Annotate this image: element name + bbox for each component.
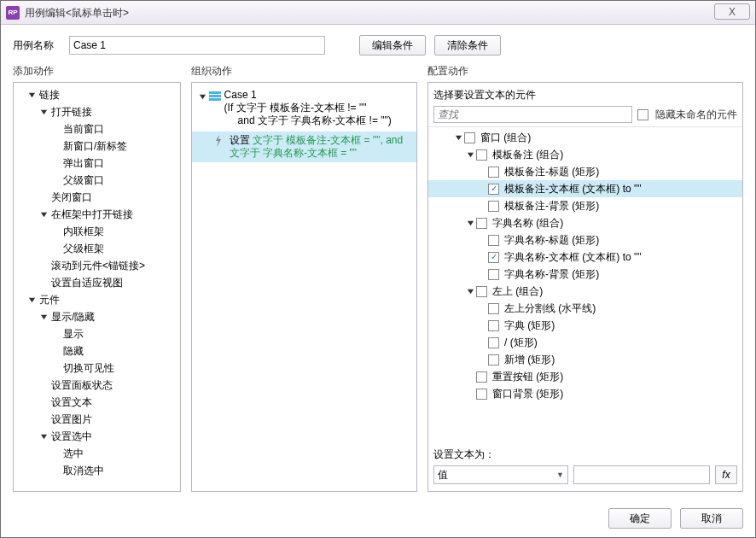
cfg-node-dn-group[interactable]: 字典名称 (组合) — [428, 214, 742, 231]
org-action-prefix: 设置 — [230, 134, 253, 146]
checkbox[interactable] — [476, 149, 487, 161]
tree-label: 父级框架 — [61, 242, 106, 256]
cfg-node-reset-btn[interactable]: 重置按钮 (矩形) — [428, 368, 742, 385]
tree-label: 重置按钮 (矩形) — [491, 370, 565, 384]
checkbox[interactable] — [488, 320, 499, 331]
expand-icon[interactable] — [197, 91, 209, 102]
checkbox[interactable] — [488, 252, 499, 263]
cfg-node-left-line[interactable]: 左上分割线 (水平线) — [428, 300, 742, 317]
expand-icon[interactable] — [26, 89, 38, 101]
hide-unnamed-option[interactable]: 隐藏未命名的元件 — [637, 108, 737, 122]
add-actions-label: 添加动作 — [13, 64, 181, 79]
tree-node-selected[interactable]: 选中 — [14, 445, 180, 462]
tree-node-scroll-anchor[interactable]: 滚动到元件<锚链接> — [14, 257, 180, 274]
cfg-node-dn-bg[interactable]: 字典名称-背景 (矩形) — [428, 266, 742, 283]
cfg-label: 配置动作 — [427, 64, 743, 79]
tree-node-set-image[interactable]: 设置图片 — [14, 411, 180, 428]
chevron-down-icon: ▼ — [556, 471, 564, 479]
tree-node-links[interactable]: 链接 — [14, 86, 180, 103]
tree-node-adaptive-view[interactable]: 设置自适应视图 — [14, 274, 180, 291]
window-close-button[interactable]: X — [714, 3, 750, 20]
checkbox[interactable] — [476, 371, 487, 383]
tree-node-panel-state[interactable]: 设置面板状态 — [14, 377, 180, 394]
tree-node-current-window[interactable]: 当前窗口 — [14, 120, 180, 137]
tree-node-close-window[interactable]: 关闭窗口 — [14, 189, 180, 206]
org-action-detail: 文字于 模板备注-文本框 = "", and 文字于 字典名称-文本框 = "" — [230, 134, 404, 159]
tree-node-widgets[interactable]: 元件 — [14, 291, 180, 308]
org-case-cond1: (If 文字于 模板备注-文本框 != "" — [224, 102, 392, 114]
cfg-node-dict-rect[interactable]: 字典 (矩形) — [428, 317, 742, 334]
hide-unnamed-checkbox[interactable] — [637, 109, 648, 120]
tree-label: 模板备注 (组合) — [491, 148, 565, 162]
checkbox[interactable] — [488, 235, 499, 246]
expand-icon[interactable] — [464, 149, 476, 161]
checkbox[interactable] — [488, 201, 499, 212]
tree-node-unselected[interactable]: 取消选中 — [14, 462, 180, 479]
org-actions-label: 组织动作 — [191, 64, 417, 79]
expand-icon[interactable] — [38, 430, 49, 442]
cfg-node-mb-group[interactable]: 模板备注 (组合) — [428, 146, 742, 163]
add-actions-tree: 链接 打开链接 当前窗口 新窗口/新标 — [14, 86, 180, 479]
tree-node-toggle[interactable]: 切换可见性 — [14, 360, 180, 377]
checkbox[interactable] — [476, 218, 487, 229]
checkbox[interactable] — [488, 337, 499, 348]
edit-condition-button[interactable]: 编辑条件 — [359, 35, 426, 56]
hide-unnamed-label: 隐藏未命名的元件 — [655, 108, 737, 122]
tree-label: 左上分割线 (水平线) — [503, 301, 597, 316]
set-text-value-input[interactable] — [573, 465, 710, 484]
tree-label: 关闭窗口 — [49, 190, 94, 205]
tree-node-open-link[interactable]: 打开链接 — [14, 103, 180, 120]
expand-icon[interactable] — [38, 106, 49, 118]
checkbox[interactable] — [464, 132, 475, 143]
cfg-node-add-rect[interactable]: 新增 (矩形) — [428, 351, 742, 368]
checkbox[interactable] — [488, 184, 499, 195]
tree-node-inline-frame[interactable]: 内联框架 — [14, 223, 180, 240]
add-actions-pane: 链接 打开链接 当前窗口 新窗口/新标 — [13, 82, 181, 492]
tree-label: 链接 — [38, 88, 61, 102]
tree-node-set-text[interactable]: 设置文本 — [14, 394, 180, 411]
expand-icon[interactable] — [464, 285, 476, 297]
cancel-button[interactable]: 取消 — [680, 508, 743, 529]
checkbox[interactable] — [488, 303, 499, 314]
tree-node-set-selected[interactable]: 设置选中 — [14, 428, 180, 445]
cfg-node-slash-rect[interactable]: / (矩形) — [428, 334, 742, 351]
expand-icon[interactable] — [26, 294, 38, 306]
expand-icon[interactable] — [38, 311, 49, 323]
tree-node-popup[interactable]: 弹出窗口 — [14, 155, 180, 172]
checkbox[interactable] — [488, 354, 499, 365]
tree-node-hide[interactable]: 隐藏 — [14, 342, 180, 360]
value-type-dropdown[interactable]: 值 ▼ — [433, 465, 568, 484]
checkbox[interactable] — [476, 286, 487, 297]
cfg-node-mb-title[interactable]: 模板备注-标题 (矩形) — [428, 163, 742, 180]
cfg-node-dn-text[interactable]: 字典名称-文本框 (文本框) to "" — [428, 249, 742, 266]
cfg-node-mb-text[interactable]: 模板备注-文本框 (文本框) to "" — [428, 180, 742, 197]
cfg-node-window-bg[interactable]: 窗口背景 (矩形) — [428, 385, 742, 402]
widget-search-input[interactable] — [433, 106, 632, 123]
tree-node-new-window[interactable]: 新窗口/新标签 — [14, 137, 180, 155]
tree-label: 字典名称 (组合) — [491, 216, 565, 231]
checkbox[interactable] — [476, 389, 487, 400]
checkbox[interactable] — [488, 269, 499, 280]
org-action-node[interactable]: 设置 文字于 模板备注-文本框 = "", and 文字于 字典名称-文本框 =… — [192, 132, 416, 162]
expand-icon[interactable] — [38, 208, 49, 220]
clear-condition-button[interactable]: 清除条件 — [434, 35, 501, 56]
tree-node-open-in-frame[interactable]: 在框架中打开链接 — [14, 206, 180, 223]
close-icon: X — [729, 0, 736, 24]
cfg-node-dn-title[interactable]: 字典名称-标题 (矩形) — [428, 231, 742, 249]
org-case-node[interactable]: Case 1 (If 文字于 模板备注-文本框 != "" and 文字于 字典… — [192, 86, 416, 130]
cfg-node-window-group[interactable]: 窗口 (组合) — [428, 129, 742, 146]
ok-button[interactable]: 确定 — [608, 508, 672, 529]
cfg-node-left-group[interactable]: 左上 (组合) — [428, 283, 742, 300]
checkbox[interactable] — [488, 167, 499, 178]
fx-button[interactable]: fx — [715, 465, 737, 484]
tree-node-show-hide[interactable]: 显示/隐藏 — [14, 308, 180, 325]
window-title: 用例编辑<鼠标单击时> — [25, 1, 129, 25]
tree-node-parent-frame[interactable]: 父级框架 — [14, 240, 180, 257]
cfg-node-mb-bg[interactable]: 模板备注-背景 (矩形) — [428, 197, 742, 214]
expand-icon[interactable] — [452, 132, 464, 143]
case-name-input[interactable] — [69, 36, 325, 55]
tree-node-parent-window[interactable]: 父级窗口 — [14, 172, 180, 189]
expand-icon[interactable] — [464, 217, 476, 229]
tree-node-show[interactable]: 显示 — [14, 325, 180, 342]
tree-label: 字典名称-标题 (矩形) — [503, 233, 601, 248]
